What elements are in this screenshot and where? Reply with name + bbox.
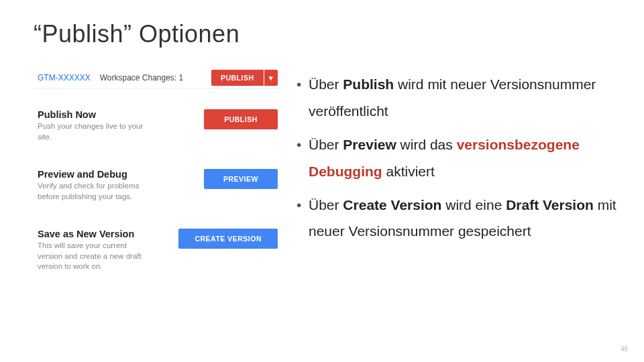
option-desc: Verify and check for problems before pub… xyxy=(38,181,152,202)
bullet-item: • Über Publish wird mit neuer Versionsnu… xyxy=(297,71,617,125)
publish-button[interactable]: PUBLISH xyxy=(211,70,264,86)
option-heading: Publish Now xyxy=(38,109,193,120)
bullet-icon: • xyxy=(297,71,309,125)
bullet-text: Über Create Version wird eine Draft Vers… xyxy=(309,192,617,245)
bullet-icon: • xyxy=(297,131,309,185)
container-id-link[interactable]: GTM-XXXXXX xyxy=(38,73,91,82)
slide-title: “Publish” Optionen xyxy=(34,20,617,48)
publish-button[interactable]: PUBLISH xyxy=(204,109,278,129)
slide: “Publish” Optionen GTM-XXXXXX Workspace … xyxy=(0,0,644,362)
option-desc: This will save your current version and … xyxy=(38,241,152,272)
option-heading: Preview and Debug xyxy=(38,169,193,180)
create-version-button[interactable]: CREATE VERSION xyxy=(178,229,278,249)
publish-split-button[interactable]: PUBLISH ▾ xyxy=(211,70,278,86)
gtm-top-bar: GTM-XXXXXX Workspace Changes: 1 PUBLISH … xyxy=(34,67,282,89)
bullet-item: • Über Create Version wird eine Draft Ve… xyxy=(297,192,617,245)
bullet-list: • Über Publish wird mit neuer Versionsnu… xyxy=(297,67,617,279)
chevron-down-icon[interactable]: ▾ xyxy=(264,70,278,86)
bullet-text: Über Publish wird mit neuer Versionsnumm… xyxy=(309,71,617,125)
option-preview-debug: Preview and Debug Verify and check for p… xyxy=(34,162,282,208)
page-number: 48 xyxy=(621,345,628,353)
bullet-item: • Über Preview wird das versionsbezogene… xyxy=(297,131,617,185)
bullet-text: Über Preview wird das versionsbezogene D… xyxy=(309,131,617,185)
option-save-version: Save as New Version This will save your … xyxy=(34,222,282,279)
content-row: GTM-XXXXXX Workspace Changes: 1 PUBLISH … xyxy=(34,67,617,279)
option-desc: Push your changes live to your site. xyxy=(38,121,152,142)
gtm-screenshot: GTM-XXXXXX Workspace Changes: 1 PUBLISH … xyxy=(34,67,282,279)
preview-button[interactable]: PREVIEW xyxy=(204,169,278,189)
option-publish-now: Publish Now Push your changes live to yo… xyxy=(34,103,282,149)
workspace-changes-label: Workspace Changes: 1 xyxy=(100,73,184,82)
option-heading: Save as New Version xyxy=(38,229,168,239)
bullet-icon: • xyxy=(297,192,309,245)
